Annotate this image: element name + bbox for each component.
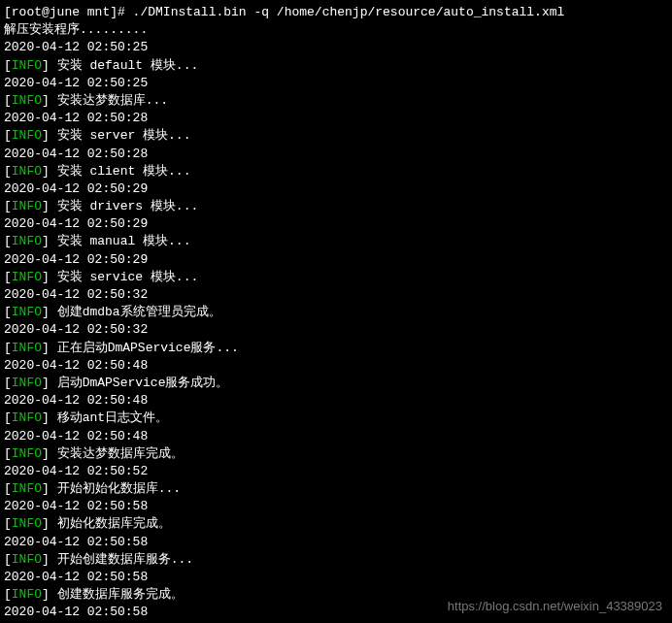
bracket-open: [ — [4, 481, 12, 496]
terminal-line: 2020-04-12 02:50:58 — [4, 498, 668, 515]
bracket-close: ] — [42, 587, 57, 602]
log-text: 2020-04-12 02:50:28 — [4, 111, 148, 125]
terminal-line: [INFO] 正在启动DmAPService服务... — [4, 340, 668, 357]
log-text: 解压安装程序......... — [4, 22, 148, 37]
bracket-close: ] — [42, 164, 57, 179]
info-tag: INFO — [12, 270, 42, 284]
log-text: 2020-04-12 02:50:48 — [4, 358, 148, 373]
terminal-line: 2020-04-12 02:50:32 — [4, 286, 668, 304]
log-message: 启动DmAPService服务成功。 — [57, 376, 229, 390]
bracket-open: [ — [4, 305, 12, 319]
log-message: 安装 server 模块... — [57, 128, 191, 143]
log-text: 2020-04-12 02:50:58 — [4, 499, 148, 513]
info-tag: INFO — [12, 516, 42, 531]
log-message: 创建dmdba系统管理员完成。 — [57, 305, 221, 319]
log-message: 安装 drivers 模块... — [57, 199, 199, 213]
info-tag: INFO — [12, 199, 42, 213]
terminal-line: 2020-04-12 02:50:58 — [4, 569, 668, 586]
terminal-line: [INFO] 安装 default 模块... — [4, 57, 668, 75]
bracket-open: [ — [4, 270, 12, 284]
bracket-close: ] — [42, 199, 57, 213]
shell-prompt: [root@june mnt]# ./DMInstall.bin -q /hom… — [4, 5, 564, 19]
log-message: 创建数据库服务完成。 — [57, 587, 184, 602]
log-message: 安装 manual 模块... — [57, 234, 191, 248]
terminal-line: 2020-04-12 02:50:58 — [4, 534, 668, 551]
bracket-close: ] — [42, 481, 57, 496]
info-tag: INFO — [12, 58, 42, 73]
info-tag: INFO — [12, 234, 42, 248]
log-message: 安装达梦数据库... — [57, 93, 168, 108]
bracket-close: ] — [42, 93, 57, 108]
log-text: 2020-04-12 02:50:32 — [4, 287, 148, 302]
terminal-line: 2020-04-12 02:50:32 — [4, 321, 668, 339]
log-message: 初始化数据库完成。 — [57, 516, 171, 531]
info-tag: INFO — [12, 164, 42, 179]
terminal-line: [INFO] 启动DmAPService服务成功。 — [4, 375, 668, 392]
bracket-open: [ — [4, 234, 12, 248]
bracket-close: ] — [42, 270, 57, 284]
log-text: 2020-04-12 02:50:58 — [4, 605, 148, 619]
info-tag: INFO — [12, 446, 42, 461]
terminal-line: [INFO] 初始化数据库完成。 — [4, 515, 668, 533]
bracket-open: [ — [4, 199, 12, 213]
log-text: 2020-04-12 02:50:52 — [4, 464, 148, 478]
terminal-line: 2020-04-12 02:50:29 — [4, 215, 668, 233]
log-text: 2020-04-12 02:50:48 — [4, 393, 148, 408]
terminal-line: [INFO] 开始创建数据库服务... — [4, 551, 668, 569]
bracket-open: [ — [4, 376, 12, 390]
info-tag: INFO — [12, 481, 42, 496]
terminal-line: 2020-04-12 02:50:28 — [4, 146, 668, 163]
bracket-open: [ — [4, 552, 12, 567]
bracket-open: [ — [4, 93, 12, 108]
terminal-line: [INFO] 安装 server 模块... — [4, 127, 668, 145]
bracket-open: [ — [4, 446, 12, 461]
bracket-close: ] — [42, 516, 57, 531]
log-message: 正在启动DmAPService服务... — [57, 341, 239, 355]
log-message: 安装 default 模块... — [57, 58, 199, 73]
info-tag: INFO — [12, 552, 42, 567]
info-tag: INFO — [12, 410, 42, 425]
terminal-line: 2020-04-12 02:50:29 — [4, 251, 668, 269]
bracket-open: [ — [4, 164, 12, 179]
terminal-line: [INFO] 安装 client 模块... — [4, 163, 668, 180]
terminal-line: 2020-04-12 02:50:48 — [4, 392, 668, 410]
log-text: 2020-04-12 02:50:28 — [4, 147, 148, 161]
info-tag: INFO — [12, 93, 42, 108]
info-tag: INFO — [12, 341, 42, 355]
bracket-close: ] — [42, 410, 57, 425]
bracket-close: ] — [42, 128, 57, 143]
bracket-close: ] — [42, 58, 57, 73]
bracket-close: ] — [42, 341, 57, 355]
bracket-open: [ — [4, 587, 12, 602]
bracket-close: ] — [42, 446, 57, 461]
watermark-text: https://blog.csdn.net/weixin_43389023 — [448, 598, 662, 615]
log-text: 2020-04-12 02:50:29 — [4, 181, 148, 196]
terminal-line: 2020-04-12 02:50:25 — [4, 75, 668, 92]
log-message: 开始初始化数据库... — [57, 481, 181, 496]
info-tag: INFO — [12, 128, 42, 143]
bracket-close: ] — [42, 305, 57, 319]
log-text: 2020-04-12 02:50:29 — [4, 216, 148, 231]
log-text: 2020-04-12 02:50:58 — [4, 535, 148, 549]
terminal-line: [INFO] 安装 service 模块... — [4, 269, 668, 286]
log-text: 2020-04-12 02:50:25 — [4, 40, 148, 54]
log-message: 开始创建数据库服务... — [57, 552, 193, 567]
terminal-line: [INFO] 开始初始化数据库... — [4, 480, 668, 498]
terminal-line: [INFO] 安装 drivers 模块... — [4, 198, 668, 215]
log-text: 2020-04-12 02:50:48 — [4, 429, 148, 443]
terminal-output[interactable]: [root@june mnt]# ./DMInstall.bin -q /hom… — [4, 4, 668, 623]
bracket-open: [ — [4, 58, 12, 73]
log-text: 2020-04-12 02:50:29 — [4, 252, 148, 267]
log-message: 安装 service 模块... — [57, 270, 199, 284]
terminal-line: [INFO] 移动ant日志文件。 — [4, 410, 668, 427]
terminal-line: [INFO] 创建dmdba系统管理员完成。 — [4, 304, 668, 321]
terminal-line: 2020-04-12 02:50:52 — [4, 463, 668, 480]
terminal-line: 2020-04-12 02:50:25 — [4, 39, 668, 56]
log-message: 移动ant日志文件。 — [57, 410, 168, 425]
terminal-line: [root@june mnt]# ./DMInstall.bin -q /hom… — [4, 4, 668, 21]
terminal-line: 2020-04-12 02:50:48 — [4, 357, 668, 375]
terminal-line: [INFO] 安装 manual 模块... — [4, 233, 668, 250]
terminal-line: 2020-04-12 02:50:48 — [4, 428, 668, 445]
bracket-close: ] — [42, 552, 57, 567]
log-message: 安装 client 模块... — [57, 164, 191, 179]
